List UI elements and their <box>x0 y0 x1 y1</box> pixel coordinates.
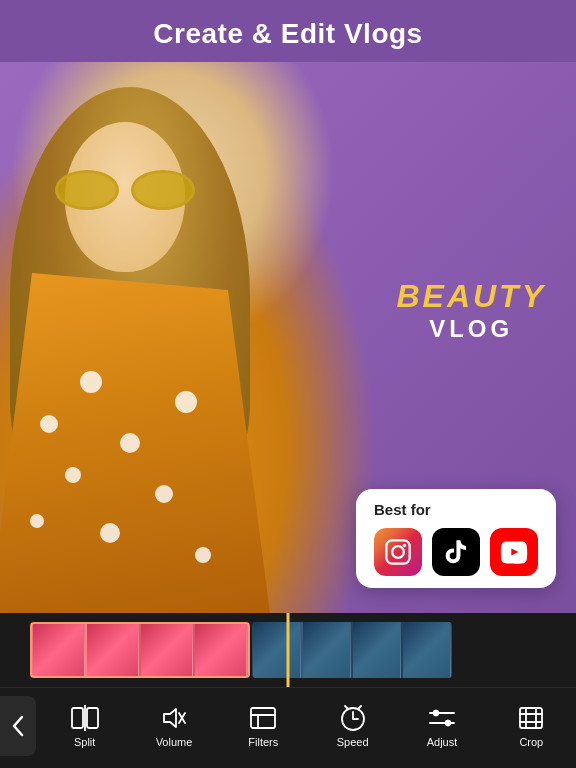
toolbar-item-adjust[interactable]: Adjust <box>412 704 472 748</box>
speed-label: Speed <box>337 736 369 748</box>
svg-marker-6 <box>164 709 176 727</box>
beauty-vlog-overlay: BEAUTY VLOG <box>396 277 546 342</box>
best-for-card: Best for <box>356 489 556 588</box>
svg-rect-0 <box>386 540 409 563</box>
page-title: Create & Edit Vlogs <box>0 18 576 50</box>
split-label: Split <box>74 736 95 748</box>
playhead[interactable] <box>287 613 290 687</box>
crop-icon <box>515 704 547 732</box>
filters-label: Filters <box>248 736 278 748</box>
svg-rect-9 <box>251 708 275 728</box>
video-preview[interactable]: BEAUTY VLOG Best for <box>0 62 576 613</box>
svg-line-13 <box>345 706 347 708</box>
svg-point-1 <box>392 546 404 558</box>
best-for-label: Best for <box>374 501 538 518</box>
speed-icon <box>337 704 369 732</box>
svg-point-2 <box>403 544 407 548</box>
clip-thumb-cool-2 <box>303 622 351 678</box>
timeline-clip-cool[interactable] <box>252 622 452 678</box>
toolbar-item-crop[interactable]: Crop <box>501 704 561 748</box>
person-figure <box>0 62 300 613</box>
volume-label: Volume <box>156 736 193 748</box>
svg-line-14 <box>359 706 361 708</box>
svg-point-17 <box>433 710 439 716</box>
beauty-label: BEAUTY <box>396 277 546 314</box>
app-container: Create & Edit Vlogs <box>0 0 576 768</box>
clip-thumb-4 <box>195 624 247 676</box>
clip-thumb-cool-1 <box>253 622 301 678</box>
toolbar-item-split[interactable]: Split <box>55 704 115 748</box>
clip-thumb-cool-3 <box>353 622 401 678</box>
vlog-label: VLOG <box>396 314 546 342</box>
youtube-icon[interactable] <box>490 528 538 576</box>
timeline-section[interactable] <box>0 613 576 687</box>
adjust-label: Adjust <box>427 736 458 748</box>
crop-label: Crop <box>519 736 543 748</box>
back-button[interactable] <box>0 696 36 756</box>
instagram-icon[interactable] <box>374 528 422 576</box>
split-icon <box>69 704 101 732</box>
clip-thumb-cool-4 <box>403 622 451 678</box>
svg-rect-3 <box>72 708 83 728</box>
volume-icon <box>158 704 190 732</box>
adjust-icon <box>426 704 458 732</box>
toolbar-item-volume[interactable]: Volume <box>144 704 204 748</box>
toolbar: Split Volume <box>0 687 576 768</box>
clip-thumb-3 <box>141 624 193 676</box>
tiktok-icon[interactable] <box>432 528 480 576</box>
svg-rect-19 <box>520 708 542 728</box>
clip-thumb-1 <box>33 624 85 676</box>
toolbar-items: Split Volume <box>40 704 576 748</box>
header: Create & Edit Vlogs <box>0 0 576 62</box>
toolbar-item-speed[interactable]: Speed <box>323 704 383 748</box>
timeline-clip-warm[interactable] <box>30 622 250 678</box>
svg-point-18 <box>445 720 451 726</box>
clip-thumb-2 <box>87 624 139 676</box>
social-icons-row <box>374 528 538 576</box>
filters-icon <box>247 704 279 732</box>
svg-rect-4 <box>87 708 98 728</box>
toolbar-item-filters[interactable]: Filters <box>233 704 293 748</box>
